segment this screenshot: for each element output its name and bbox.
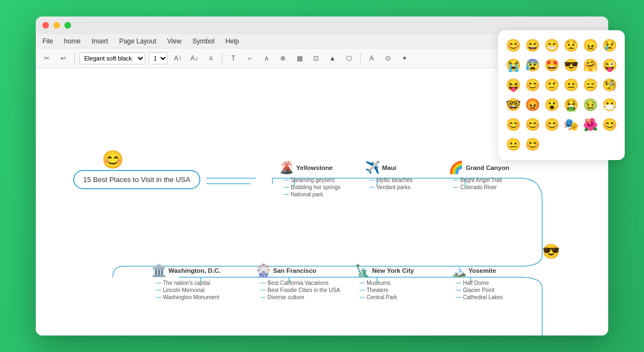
yellowstone-item-3: National park [283, 191, 341, 197]
emoji-21[interactable]: 😮 [543, 96, 560, 114]
maui-item-1: Idyllic beaches [369, 177, 413, 183]
branch-header-san-francisco: 🎡 San Francisco [256, 263, 316, 278]
shape-tool-6[interactable]: ▲ [326, 52, 339, 65]
washington-emoji: 🏛️ [151, 263, 166, 278]
branch-header-grand-canyon: 🌈 Grand Canyon [449, 161, 509, 175]
menu-insert[interactable]: Insert [91, 37, 108, 45]
emoji-30[interactable]: 😊 [601, 116, 618, 134]
close-button[interactable] [42, 22, 49, 29]
branch-san-francisco: 🎡 San Francisco Best California Vacation… [256, 263, 340, 300]
toolbar-separator-3 [360, 53, 361, 64]
color-fill-button[interactable]: A [365, 52, 378, 65]
emoji-11[interactable]: 🤗 [582, 57, 599, 74]
emoji-5[interactable]: 😠 [582, 37, 599, 54]
emoji-18[interactable]: 🧐 [601, 76, 618, 94]
emoji-4[interactable]: 😟 [563, 37, 580, 54]
emoji-31[interactable]: 😐 [505, 136, 522, 153]
menu-view[interactable]: View [167, 37, 182, 45]
maximize-button[interactable] [64, 22, 71, 29]
menu-help[interactable]: Help [226, 37, 239, 45]
more-tools-button[interactable]: ✦ [398, 52, 411, 65]
maui-item-2: Verdant parks [369, 184, 413, 190]
emoji-3[interactable]: 😁 [543, 37, 560, 54]
central-emoji: 😊 [102, 149, 124, 170]
emoji-2[interactable]: 😄 [524, 37, 541, 54]
yosemite-title: Yosemite [468, 267, 496, 274]
washington-item-3: Washington Monument [156, 294, 219, 300]
decrease-font-button[interactable]: A↓ [188, 52, 201, 65]
emoji-24[interactable]: 😷 [601, 96, 618, 114]
emoji-29[interactable]: 🌺 [582, 116, 599, 134]
emoji-12[interactable]: 😜 [601, 57, 618, 74]
branch-header-yosemite: 🏔️ Yosemite [451, 263, 496, 278]
washington-item-1: The nation's capital [156, 280, 219, 286]
shape-tool-2[interactable]: ∧ [260, 52, 273, 65]
text-tool-button[interactable]: T [227, 52, 240, 65]
shape-tool-3[interactable]: ⊕ [276, 52, 290, 65]
emoji-16[interactable]: 😐 [563, 76, 580, 94]
emoji-19[interactable]: 🤓 [505, 96, 522, 114]
branch-maui: ✈️ Maui Idyllic beaches Verdant parks [365, 161, 413, 190]
shape-tool-5[interactable]: ⊡ [309, 52, 323, 65]
emoji-7[interactable]: 😭 [505, 57, 522, 74]
font-size-selector[interactable]: 12 [149, 52, 168, 64]
emoji-9[interactable]: 🤩 [543, 57, 560, 74]
emoji-1[interactable]: 😊 [505, 37, 522, 54]
sf-item-2: Best Foodie Cities in the USA [260, 287, 340, 293]
font-selector[interactable]: Elegant soft black [79, 52, 145, 64]
san-francisco-title: San Francisco [273, 267, 316, 274]
yellowstone-emoji: 🌋 [279, 161, 294, 175]
emoji-26[interactable]: 😊 [524, 116, 541, 134]
shape-tool-1[interactable]: ⌐ [243, 52, 256, 65]
menu-home[interactable]: home [64, 37, 80, 45]
increase-font-button[interactable]: A↑ [171, 52, 184, 65]
maui-title: Maui [382, 164, 396, 171]
menu-page-layout[interactable]: Page Layout [119, 37, 156, 45]
new-york-emoji: 🗽 [355, 263, 370, 278]
shape-tool-7[interactable]: ⬡ [342, 52, 356, 65]
emoji-27[interactable]: 😊 [543, 116, 560, 134]
emoji-23[interactable]: 🤢 [582, 96, 599, 114]
undo-button[interactable]: ↩ [57, 52, 70, 65]
branch-yosemite: 🏔️ Yosemite Half Dome Glacier Point Cath… [451, 263, 503, 300]
washington-title: Washington, D.C. [168, 267, 221, 274]
emoji-32[interactable]: 😊 [524, 136, 541, 153]
yellowstone-title: Yellowstone [296, 164, 332, 171]
washington-item-2: Lincoln Memorial [156, 287, 219, 293]
san-francisco-items: Best California Vacations Best Foodie Ci… [256, 280, 340, 300]
minimize-button[interactable] [53, 22, 60, 29]
grand-canyon-item-2: Colorado River [453, 184, 502, 190]
ny-item-2: Theaters [359, 287, 397, 293]
emoji-17[interactable]: 😑 [582, 76, 599, 94]
cut-button[interactable]: ✂ [40, 52, 53, 65]
menu-file[interactable]: File [42, 37, 53, 45]
emoji-13[interactable]: 😝 [505, 76, 522, 94]
washington-items: The nation's capital Lincoln Memorial Wa… [151, 280, 219, 300]
emoji-10[interactable]: 😎 [563, 57, 580, 74]
emoji-28[interactable]: 🎭 [563, 116, 580, 134]
yosemite-emoji: 🏔️ [451, 263, 466, 278]
color-stroke-button[interactable]: ⊙ [381, 52, 395, 65]
grand-canyon-emoji: 🌈 [449, 161, 463, 175]
align-button[interactable]: ≡ [204, 52, 217, 65]
emoji-20[interactable]: 😡 [524, 96, 541, 114]
emoji-22[interactable]: 🤮 [563, 96, 580, 114]
ny-item-3: Central Park [359, 294, 397, 300]
yellowstone-items: Steaming geysers Bubbling hot springs Na… [279, 177, 341, 197]
emoji-14[interactable]: 😊 [524, 76, 541, 94]
emoji-6[interactable]: 😢 [601, 37, 618, 54]
menu-symbol[interactable]: Symbol [193, 37, 215, 45]
yosemite-item-1: Half Dome [456, 280, 503, 286]
shape-tool-4[interactable]: ▦ [293, 52, 306, 65]
emoji-25[interactable]: 😊 [505, 116, 522, 134]
sf-item-1: Best California Vacations [260, 280, 340, 286]
grand-canyon-title: Grand Canyon [466, 164, 509, 171]
yosemite-item-3: Cathedral Lakes [456, 294, 503, 300]
new-york-title: New York City [372, 267, 414, 274]
emoji-15[interactable]: 🙂 [543, 76, 560, 94]
branch-washington: 🏛️ Washington, D.C. The nation's capital… [151, 263, 221, 300]
sf-item-3: Diverse culture [260, 294, 340, 300]
san-francisco-emoji: 🎡 [256, 263, 271, 278]
maui-items: Idyllic beaches Verdant parks [365, 177, 413, 190]
emoji-8[interactable]: 😰 [524, 57, 541, 74]
